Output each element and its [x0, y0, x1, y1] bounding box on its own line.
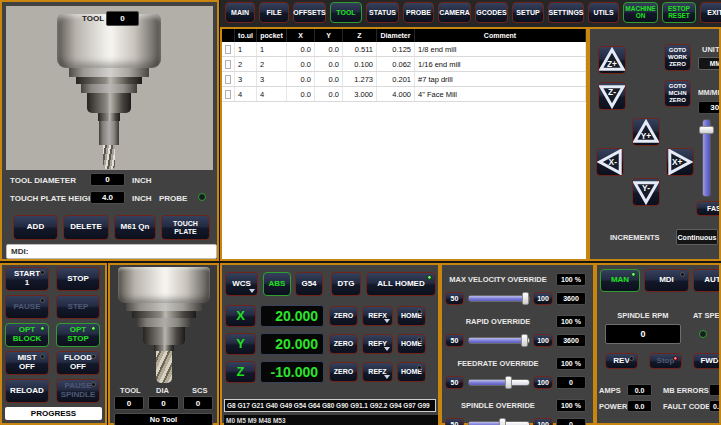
jog-y-minus-button[interactable]: Y-: [632, 178, 660, 206]
axis-x-button[interactable]: X: [225, 305, 256, 327]
dtg-button[interactable]: DTG: [331, 272, 361, 296]
spindle-rpm-value: 0: [605, 324, 681, 344]
step-button[interactable]: STEP: [56, 295, 100, 319]
tab-offsets[interactable]: OFFSETS: [293, 2, 326, 23]
estop-reset-button[interactable]: ESTOP RESET: [662, 2, 696, 23]
feedrate-max-button[interactable]: 100: [533, 376, 553, 389]
max-velocity-max-button[interactable]: 100: [533, 292, 553, 305]
jog-units-select[interactable]: MM/MIN: [698, 57, 721, 70]
reload-button[interactable]: RELOAD: [5, 379, 49, 403]
tab-settings[interactable]: SETTINGS: [548, 2, 584, 23]
all-homed-button[interactable]: ALL HOMED: [366, 272, 436, 296]
rapid-max-button[interactable]: 100: [533, 334, 553, 347]
rapid-slider[interactable]: [468, 337, 530, 344]
fwd-led-icon: [717, 356, 721, 361]
jog-down-arrow-icon: Z-: [599, 83, 625, 109]
jog-speed-input[interactable]: 300: [698, 101, 721, 114]
auto-tab[interactable]: AUTO: [693, 269, 721, 292]
spindle-min-button[interactable]: 50: [445, 418, 464, 425]
table-row[interactable]: 4 4 0.0 0.0 3.000 4.000 4" Face Mill: [222, 87, 586, 102]
spindle-max-button[interactable]: 100: [533, 418, 553, 425]
ref-y-button[interactable]: REFY: [362, 334, 393, 354]
fast-button[interactable]: FAST: [696, 201, 721, 216]
jog-speed-slider[interactable]: [702, 119, 711, 197]
feedrate-min-button[interactable]: 50: [445, 376, 464, 389]
zero-y-button[interactable]: ZERO: [329, 334, 358, 354]
flood-button[interactable]: FLOOD OFF: [56, 351, 100, 375]
svg-text:Y+: Y+: [641, 131, 652, 141]
ref-x-button[interactable]: REFX: [362, 306, 393, 326]
increments-select[interactable]: Continuous: [676, 229, 718, 245]
home-y-button[interactable]: HOME: [397, 334, 426, 354]
cycle-start-button[interactable]: START 1: [5, 267, 49, 291]
main-tab-bar: MAIN FILE OFFSETS TOOL STATUS PROBE CAME…: [220, 0, 721, 27]
add-tool-button[interactable]: ADD: [13, 215, 58, 240]
rapid-min-button[interactable]: 50: [445, 334, 464, 347]
tab-status[interactable]: STATUS: [366, 2, 399, 23]
home-x-button[interactable]: HOME: [397, 306, 426, 326]
tab-tool[interactable]: TOOL: [330, 2, 362, 23]
spindle-rev-button[interactable]: REV: [605, 353, 638, 369]
cycle-stop-button[interactable]: STOP: [56, 267, 100, 291]
mdi-tab[interactable]: MDI: [644, 269, 689, 292]
jog-x-minus-button[interactable]: X-: [596, 148, 624, 176]
jog-z-plus-button[interactable]: Z+: [598, 46, 626, 74]
tab-main[interactable]: MAIN: [225, 2, 255, 23]
row-checkbox[interactable]: [225, 75, 231, 84]
jog-speed-slider-handle[interactable]: [699, 126, 714, 134]
machine-on-button[interactable]: MACHINE ON: [623, 2, 658, 23]
exit-button[interactable]: EXIT: [700, 2, 721, 23]
g54-button[interactable]: G54: [295, 272, 323, 296]
tab-probe[interactable]: PROBE: [403, 2, 434, 23]
goto-machine-zero-button[interactable]: GOTO MCHN ZERO: [664, 80, 691, 107]
tab-utils[interactable]: UTILS: [588, 2, 619, 23]
tab-camera[interactable]: CAMERA: [438, 2, 471, 23]
rapid-slider-handle[interactable]: [521, 334, 528, 347]
max-velocity-slider-handle[interactable]: [522, 292, 529, 305]
mdi-input[interactable]: MDI:: [6, 244, 217, 259]
zero-z-button[interactable]: ZERO: [329, 362, 358, 382]
jog-z-minus-button[interactable]: Z-: [598, 82, 626, 110]
row-checkbox[interactable]: [225, 45, 231, 54]
row-checkbox[interactable]: [225, 90, 231, 99]
zero-x-button[interactable]: ZERO: [329, 306, 358, 326]
tab-setup[interactable]: SETUP: [512, 2, 544, 23]
spindle-stop-button[interactable]: Stop: [649, 353, 682, 369]
axis-z-button[interactable]: Z: [225, 361, 256, 383]
opt-block-button[interactable]: OPT BLOCK: [5, 323, 49, 347]
spindle-fwd-button[interactable]: FWD: [693, 353, 721, 369]
tab-gcodes[interactable]: GCODES: [475, 2, 508, 23]
tab-file[interactable]: FILE: [259, 2, 289, 23]
probe-led-icon: [198, 193, 206, 201]
mist-button[interactable]: MIST OFF: [5, 351, 49, 375]
max-velocity-slider[interactable]: [468, 295, 530, 302]
tool-diameter-input[interactable]: 0: [90, 173, 125, 186]
jog-y-plus-button[interactable]: Y+: [632, 118, 660, 146]
tool-status-scs-value: 0: [183, 396, 213, 410]
feedrate-slider[interactable]: [468, 379, 530, 386]
spindle-slider[interactable]: [468, 421, 530, 425]
table-row[interactable]: 3 3 0.0 0.0 1.273 0.201 #7 tap drill: [222, 72, 586, 87]
axis-y-button[interactable]: Y: [225, 333, 256, 355]
table-row[interactable]: 1 1 0.0 0.0 0.511 0.125 1/8 end mill: [222, 42, 586, 57]
goto-work-zero-button[interactable]: GOTO WORK ZERO: [664, 44, 691, 71]
abs-button[interactable]: ABS: [263, 272, 291, 296]
wcs-button[interactable]: WCS: [225, 272, 258, 296]
delete-tool-button[interactable]: DELETE: [63, 215, 109, 240]
pause-button[interactable]: PAUSE: [5, 295, 49, 319]
spindle-slider-handle[interactable]: [499, 418, 506, 425]
feedrate-slider-handle[interactable]: [505, 376, 512, 389]
m61-button[interactable]: M61 Qn: [114, 215, 156, 240]
table-row[interactable]: 2 2 0.0 0.0 0.100 0.062 1/16 end mill: [222, 57, 586, 72]
pause-spindle-button[interactable]: PAUSE SPINDLE: [56, 379, 100, 403]
touch-plate-button[interactable]: TOUCH PLATE: [161, 215, 210, 240]
man-tab[interactable]: MAN: [600, 269, 640, 292]
fault-code-value: 0.0: [709, 400, 721, 412]
jog-x-plus-button[interactable]: X+: [666, 148, 694, 176]
touch-plate-height-input[interactable]: 4.0: [90, 191, 125, 204]
row-checkbox[interactable]: [225, 60, 231, 69]
home-z-button[interactable]: HOME: [397, 362, 426, 382]
ref-z-button[interactable]: REFZ: [362, 362, 393, 382]
opt-stop-button[interactable]: OPT STOP: [56, 323, 100, 347]
max-velocity-min-button[interactable]: 50: [445, 292, 464, 305]
